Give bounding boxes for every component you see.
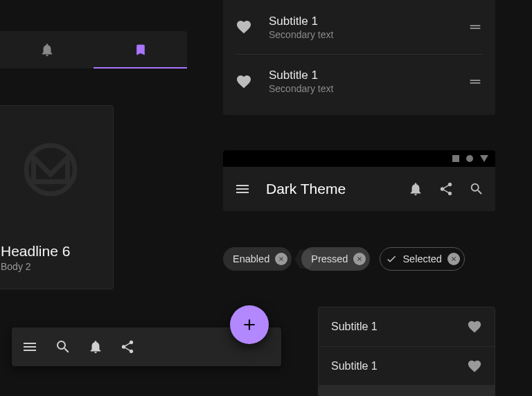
heart-icon: [467, 319, 482, 334]
list-secondary: Secondary text: [269, 83, 468, 94]
chip-label: Enabled: [233, 253, 269, 264]
list-text: Subtitle 1 Secondary text: [269, 69, 468, 94]
notifications-button[interactable]: [88, 339, 103, 354]
notifications-action[interactable]: [408, 181, 423, 197]
chip-remove[interactable]: [447, 253, 460, 265]
heart-icon: [236, 19, 252, 35]
list-item[interactable]: Subtitle 1 Secondary text: [236, 54, 483, 108]
bell-icon: [408, 181, 423, 197]
system-status-bar: [223, 150, 495, 167]
list-leading: [236, 19, 252, 35]
heart-icon: [467, 359, 482, 374]
close-icon: [278, 255, 285, 262]
top-app-bar: Dark Theme: [223, 150, 495, 211]
share-icon: [120, 339, 135, 354]
card-media: [0, 106, 113, 233]
drag-icon: [468, 19, 483, 35]
fab[interactable]: [230, 305, 269, 344]
list-two-line: Subtitle 1 Secondary text Subtitle 1 Sec…: [223, 0, 495, 115]
list-leading: [236, 73, 252, 90]
share-action[interactable]: [438, 181, 454, 197]
chip-label: Selected: [402, 253, 441, 264]
material-logo-icon: [21, 141, 80, 199]
list-title: Subtitle 1: [331, 321, 378, 333]
search-icon: [55, 339, 71, 355]
chip-remove[interactable]: [275, 253, 287, 265]
status-icon: [480, 155, 488, 162]
card-headline: Headline 6: [1, 243, 100, 260]
drag-handle[interactable]: [468, 19, 483, 35]
drag-handle[interactable]: [468, 74, 483, 89]
tab-notifications[interactable]: [0, 31, 94, 69]
list-single-line: Subtitle 1 Subtitle 1 Subtitle 1: [318, 307, 495, 396]
menu-icon: [21, 339, 38, 355]
share-icon: [438, 181, 454, 197]
share-button[interactable]: [120, 339, 135, 354]
card-body: Body 2: [1, 261, 100, 272]
chips-row: Enabled Pressed Selected: [223, 247, 465, 271]
search-icon: [469, 181, 484, 197]
list-item[interactable]: Subtitle 1: [319, 385, 495, 396]
chip-remove[interactable]: [353, 253, 366, 265]
heart-icon: [236, 73, 252, 90]
tab-bookmarks[interactable]: [94, 31, 187, 69]
close-icon: [356, 255, 363, 262]
bell-icon: [39, 42, 55, 57]
list-item[interactable]: Subtitle 1: [319, 346, 495, 385]
close-icon: [450, 255, 457, 262]
chip-leading: [386, 253, 397, 264]
list-title: Subtitle 1: [331, 360, 378, 372]
plus-icon: [240, 316, 258, 334]
card-text: Headline 6 Body 2: [0, 233, 113, 289]
search-action[interactable]: [469, 181, 484, 197]
app-bar-row: Dark Theme: [223, 167, 495, 211]
chip-pressed[interactable]: Pressed: [301, 247, 370, 271]
list-title: Subtitle 1: [269, 15, 468, 28]
status-icon: [452, 155, 459, 162]
app-bar-title: Dark Theme: [266, 181, 393, 197]
list-title: Subtitle 1: [269, 69, 468, 82]
list-item[interactable]: Subtitle 1: [319, 307, 495, 346]
chip-selected[interactable]: Selected: [380, 247, 464, 271]
search-button[interactable]: [55, 339, 71, 355]
nav-menu-button[interactable]: [234, 181, 251, 197]
list-text: Subtitle 1 Secondary text: [269, 15, 468, 40]
menu-button[interactable]: [21, 339, 38, 355]
list-item[interactable]: Subtitle 1 Secondary text: [236, 0, 483, 54]
menu-icon: [234, 181, 251, 197]
bookmark-icon: [134, 43, 148, 57]
cards-row: 6 Headline 6 Body 2: [0, 105, 114, 289]
status-icon: [466, 155, 473, 162]
tabs-panel: [0, 31, 187, 69]
card[interactable]: Headline 6 Body 2: [0, 105, 114, 289]
check-icon: [386, 253, 397, 264]
drag-icon: [468, 74, 483, 89]
chip-label: Pressed: [311, 253, 348, 264]
list-secondary: Secondary text: [269, 29, 468, 40]
chip-enabled[interactable]: Enabled: [223, 247, 292, 271]
bell-icon: [88, 339, 103, 354]
